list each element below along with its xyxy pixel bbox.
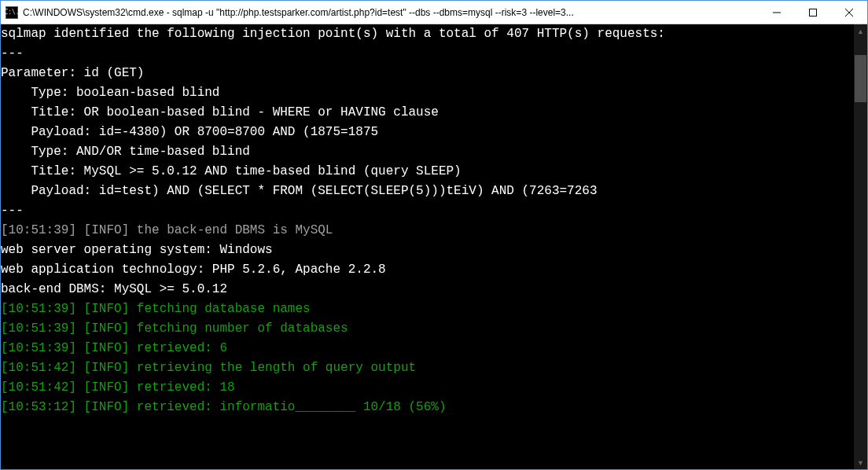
terminal-line: [10:51:39] [INFO] the back-end DBMS is M… bbox=[1, 221, 854, 241]
terminal-output[interactable]: sqlmap identified the following injectio… bbox=[1, 24, 854, 469]
terminal-line: Title: MySQL >= 5.0.12 AND time-based bl… bbox=[1, 162, 854, 182]
terminal-line: Payload: id=test) AND (SELECT * FROM (SE… bbox=[1, 182, 854, 201]
terminal-line: Title: OR boolean-based blind - WHERE or… bbox=[1, 103, 854, 123]
scroll-thumb[interactable] bbox=[855, 55, 866, 102]
terminal-line: [10:53:12] [INFO] retrieved: informatio_… bbox=[1, 398, 854, 417]
scroll-track[interactable] bbox=[854, 38, 867, 456]
terminal-line: Parameter: id (GET) bbox=[1, 64, 854, 83]
window-title: C:\WINDOWS\system32\cmd.exe - sqlmap -u … bbox=[23, 7, 759, 18]
terminal-line: --- bbox=[1, 201, 854, 221]
minimize-button[interactable] bbox=[759, 1, 795, 24]
vertical-scrollbar[interactable]: ▲ ▼ bbox=[854, 24, 867, 469]
terminal-line: --- bbox=[1, 44, 854, 64]
terminal-area[interactable]: sqlmap identified the following injectio… bbox=[1, 24, 867, 469]
terminal-line: [10:51:39] [INFO] retrieved: 6 bbox=[1, 339, 854, 358]
terminal-line: web application technology: PHP 5.2.6, A… bbox=[1, 260, 854, 280]
terminal-line: web server operating system: Windows bbox=[1, 241, 854, 260]
terminal-line: [10:51:42] [INFO] retrieved: 18 bbox=[1, 378, 854, 398]
terminal-line: Payload: id=-4380) OR 8700=8700 AND (187… bbox=[1, 123, 854, 142]
cmd-icon: C:\. bbox=[6, 6, 18, 19]
terminal-line: [10:51:42] [INFO] retrieving the length … bbox=[1, 358, 854, 378]
terminal-line: [10:51:39] [INFO] fetching database name… bbox=[1, 299, 854, 319]
close-button[interactable] bbox=[831, 1, 867, 24]
terminal-line: Type: boolean-based blind bbox=[1, 83, 854, 103]
window-titlebar: C:\. C:\WINDOWS\system32\cmd.exe - sqlma… bbox=[1, 1, 867, 24]
window-controls bbox=[759, 1, 867, 24]
scroll-up-button[interactable]: ▲ bbox=[854, 24, 867, 38]
terminal-line: [10:51:39] [INFO] fetching number of dat… bbox=[1, 319, 854, 339]
maximize-button[interactable] bbox=[795, 1, 831, 24]
terminal-line: sqlmap identified the following injectio… bbox=[1, 24, 854, 44]
scroll-down-button[interactable]: ▼ bbox=[854, 456, 867, 469]
svg-rect-1 bbox=[810, 9, 817, 16]
terminal-line: Type: AND/OR time-based blind bbox=[1, 142, 854, 162]
terminal-line: back-end DBMS: MySQL >= 5.0.12 bbox=[1, 280, 854, 299]
